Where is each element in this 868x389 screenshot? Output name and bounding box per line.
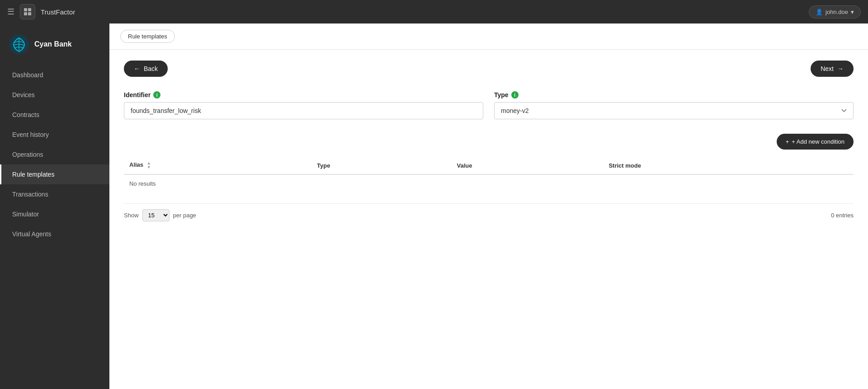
sidebar-item-rule-templates[interactable]: Rule templates (0, 164, 109, 184)
type-label: Type i (494, 91, 854, 98)
sidebar-item-event-history[interactable]: Event history (0, 125, 109, 145)
type-group: Type i money-v2 money-v1 default (494, 91, 854, 119)
top-navigation: ☰ TrustFactor 👤 john.doe ▾ (0, 0, 868, 23)
table-body: No results (124, 174, 854, 192)
type-info-icon[interactable]: i (511, 91, 519, 98)
show-label: Show (124, 212, 139, 219)
page-size-select[interactable]: 15 25 50 100 (142, 209, 170, 221)
sidebar-item-transactions[interactable]: Transactions (0, 184, 109, 204)
type-select[interactable]: money-v2 money-v1 default (494, 102, 854, 119)
svg-rect-0 (24, 8, 27, 11)
next-button[interactable]: Next → (811, 61, 854, 77)
identifier-label: Identifier i (124, 91, 483, 98)
breadcrumb-bar: Rule templates (109, 23, 868, 50)
col-header-type: Type (311, 157, 451, 174)
brand-name: Cyan Bank (34, 40, 72, 48)
sidebar-navigation: Dashboard Devices Contracts Event histor… (0, 65, 109, 244)
pagination-show-row: Show 15 25 50 100 per page (124, 209, 196, 221)
sidebar-item-dashboard[interactable]: Dashboard (0, 65, 109, 85)
sidebar: Cyan Bank Dashboard Devices Contracts Ev… (0, 23, 109, 389)
col-header-strict-mode: Strict mode (603, 157, 854, 174)
sort-alias-icon[interactable]: ▲▼ (147, 161, 151, 169)
identifier-input[interactable] (124, 102, 483, 119)
hamburger-menu-icon[interactable]: ☰ (7, 7, 14, 17)
back-button[interactable]: ← Back (124, 61, 168, 77)
user-menu[interactable]: 👤 john.doe ▾ (809, 5, 861, 19)
app-logo (20, 4, 35, 19)
add-condition-row: + + Add new condition (124, 134, 854, 150)
svg-rect-1 (28, 8, 31, 11)
app-title: TrustFactor (41, 8, 75, 16)
col-header-value: Value (451, 157, 603, 174)
sidebar-item-simulator[interactable]: Simulator (0, 204, 109, 224)
table-footer: Show 15 25 50 100 per page 0 entries (124, 203, 854, 221)
col-header-alias: Alias ▲▼ (124, 157, 311, 174)
plus-icon: + (786, 138, 789, 145)
sidebar-item-devices[interactable]: Devices (0, 85, 109, 105)
entries-count: 0 entries (831, 212, 854, 219)
sidebar-item-virtual-agents[interactable]: Virtual Agents (0, 224, 109, 244)
form-row: Identifier i Type i money-v2 money-v1 de… (124, 91, 854, 119)
brand-logo-icon (9, 34, 29, 54)
brand-section: Cyan Bank (0, 27, 109, 65)
table-row-empty: No results (124, 174, 854, 192)
table-header: Alias ▲▼ Type Value Strict mode (124, 157, 854, 174)
page-body: ← Back Next → Identifier i (109, 50, 868, 389)
main-layout: Cyan Bank Dashboard Devices Contracts Ev… (0, 23, 868, 389)
no-results-text: No results (124, 174, 854, 192)
svg-rect-2 (24, 12, 27, 15)
user-name: john.doe (826, 9, 848, 15)
identifier-info-icon[interactable]: i (153, 91, 160, 98)
sidebar-item-contracts[interactable]: Contracts (0, 105, 109, 125)
content-area: Rule templates ← Back Next → Identifi (109, 23, 868, 389)
sidebar-item-operations[interactable]: Operations (0, 145, 109, 164)
add-condition-button[interactable]: + + Add new condition (777, 134, 854, 150)
breadcrumb: Rule templates (120, 30, 175, 43)
arrow-right-icon: → (837, 65, 844, 72)
arrow-left-icon: ← (134, 65, 140, 72)
per-page-label: per page (173, 212, 196, 219)
chevron-down-icon: ▾ (851, 9, 854, 15)
person-icon: 👤 (816, 9, 823, 15)
action-bar: ← Back Next → (124, 61, 854, 77)
identifier-group: Identifier i (124, 91, 483, 119)
topnav-left: ☰ TrustFactor (7, 4, 75, 19)
svg-rect-3 (28, 12, 31, 15)
conditions-table: Alias ▲▼ Type Value Strict mode (124, 157, 854, 192)
